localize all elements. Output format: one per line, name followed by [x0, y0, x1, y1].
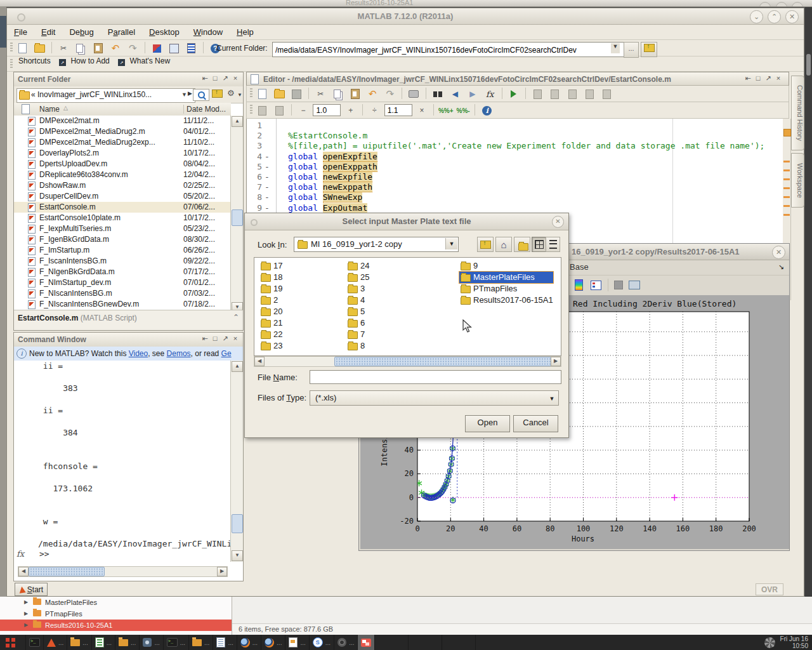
dialog-titlebar[interactable]: Select input Master Plate text file ✕ [245, 213, 568, 230]
close-panel-icon[interactable]: × [230, 335, 240, 342]
shortcut-how-to-add[interactable]: How to Add [70, 56, 109, 65]
cell-action-icon[interactable] [565, 87, 580, 101]
look-in-combobox[interactable]: MI 16_0919_yor1-2 copy ▼ [294, 237, 459, 252]
scroll-left-icon[interactable]: ◀ [254, 357, 265, 366]
expand-icon[interactable]: ▶ [24, 597, 28, 608]
current-folder-panel-header[interactable]: Current Folder ⇤□↗× [14, 72, 243, 87]
scrollbar-thumb[interactable] [29, 567, 105, 576]
path-dropdown-icon[interactable]: ▼ [611, 43, 620, 53]
dialog-folder-item[interactable]: 20 [259, 306, 282, 317]
file-name-input[interactable] [310, 370, 561, 384]
close-panel-icon[interactable]: × [230, 74, 240, 82]
save-icon[interactable] [289, 87, 304, 101]
taskbar-item-blue-s[interactable]: S... [310, 635, 334, 650]
file-row[interactable]: F_IexpMultiTseries.m05/23/2... [14, 223, 231, 234]
open-file-icon[interactable] [272, 87, 287, 101]
taskbar-item-matlab[interactable]: ... [44, 635, 67, 650]
file-row[interactable]: F_NIscanIntensBG.m07/03/2... [14, 288, 231, 299]
command-window-scrollbar[interactable]: ▲ ▼ [230, 361, 243, 562]
file-row[interactable]: DpertsUploadDev.m08/04/2... [14, 159, 231, 169]
redo-icon[interactable]: ↷ [125, 41, 140, 55]
menu-help[interactable]: Help [230, 25, 261, 37]
function-browser-icon[interactable] [482, 87, 497, 101]
dock-icon[interactable]: ⇤ [200, 335, 210, 343]
file-row[interactable]: F_NIgenBkGrdData.m07/17/2... [14, 267, 231, 277]
open-button[interactable]: Open [465, 415, 510, 432]
code-line[interactable]: 9-global ExpOutmat [247, 203, 783, 213]
file-list-scrollbar[interactable]: ▲ ▼ [230, 116, 243, 314]
copy-icon[interactable] [331, 87, 346, 101]
banner-link[interactable]: Ge [221, 349, 232, 358]
shortcut-whats-new[interactable]: What's New [129, 56, 170, 65]
banner-link[interactable]: Video [129, 349, 148, 358]
scrollbar-thumb[interactable] [232, 514, 243, 533]
combo-dropdown-icon[interactable]: ▼ [546, 393, 558, 404]
dock-icon[interactable]: ⇤ [200, 74, 210, 83]
current-folder-path-input[interactable] [272, 42, 634, 57]
close-panel-icon[interactable]: × [773, 74, 783, 82]
new-file-icon[interactable] [15, 41, 30, 55]
file-list-column-headers[interactable]: Name △ Date Mod... [14, 103, 231, 116]
menu-desktop[interactable]: Desktop [142, 25, 187, 37]
code-line[interactable]: 8-global SWnewExp [247, 192, 783, 202]
taskbar-item-spreadsheet[interactable]: ... [92, 635, 115, 650]
session-spinner-icon[interactable] [764, 637, 775, 648]
start-button[interactable]: Start [15, 583, 48, 596]
files-of-type-combobox[interactable]: (*.xls) ▼ [310, 390, 559, 406]
multiply-icon[interactable]: × [414, 103, 429, 117]
gear-dropdown-icon[interactable]: ▼ [237, 92, 242, 98]
occurrence-marker-icon[interactable] [783, 169, 790, 171]
scroll-up-icon[interactable]: ▲ [232, 361, 243, 372]
scroll-left-icon[interactable]: ◀ [18, 567, 29, 576]
taskbar-item-folder[interactable]: ... [115, 635, 140, 650]
home-button[interactable] [495, 237, 512, 252]
dialog-folder-item[interactable]: 23 [259, 340, 282, 352]
scrollbar-thumb[interactable] [232, 209, 243, 226]
code-line[interactable]: 5-global openExppath [247, 162, 783, 172]
undo-icon[interactable]: ↶ [365, 87, 380, 101]
folder-list-hscrollbar[interactable]: ◀ ▶ [254, 356, 561, 367]
dialog-folder-item[interactable]: MasterPlateFiles [459, 272, 553, 283]
maximize-icon[interactable]: ⌃ [768, 10, 781, 23]
find-icon[interactable] [430, 87, 445, 101]
background-scrollbar[interactable] [806, 54, 811, 76]
close-icon[interactable]: ✕ [785, 10, 799, 23]
occurrence-marker-icon[interactable] [783, 187, 790, 189]
editor-header[interactable]: Editor - /media/data/EASY/InovImager_jwr… [246, 72, 789, 86]
cancel-button[interactable]: Cancel [513, 415, 558, 432]
simulink-icon[interactable] [149, 41, 164, 55]
taskbar-item-gray-app[interactable]: ... [334, 635, 358, 650]
close-icon[interactable]: ✕ [552, 216, 564, 228]
browse-folder-button[interactable]: ... [624, 42, 639, 58]
up-folder-button[interactable] [641, 42, 657, 57]
collapse-icon[interactable]: ⌃ [233, 313, 239, 322]
dialog-folder-item[interactable]: 3 [346, 283, 369, 295]
insert-cell-icon[interactable] [254, 103, 270, 117]
document-marker-icon[interactable] [783, 129, 791, 136]
file-row[interactable]: DoverlayPlots2.m10/17/2... [14, 148, 231, 159]
taskbar-item-folder[interactable]: ... [67, 635, 91, 650]
command-window-header[interactable]: Command Window ⇤□↗× [14, 333, 243, 347]
taskbar-item-presentation[interactable]: ... [285, 635, 309, 650]
dialog-folder-item[interactable]: 25 [346, 272, 369, 283]
taskbar-item-empty[interactable] [409, 635, 442, 650]
dialog-folder-item[interactable]: 7 [346, 329, 369, 340]
scroll-down-icon[interactable]: ▼ [232, 550, 243, 561]
code-line[interactable]: 7-global newExppath [247, 182, 783, 192]
taskbar-item-empty[interactable] [375, 635, 409, 650]
scroll-right-icon[interactable]: ▶ [551, 357, 561, 366]
maximize-panel-icon[interactable]: □ [210, 335, 220, 342]
menu-file[interactable]: File [7, 25, 34, 37]
dialog-folder-item[interactable]: 2 [259, 295, 282, 306]
percent-remove-icon[interactable]: %%- [455, 103, 471, 117]
taskbar-item-empty[interactable] [442, 635, 476, 650]
grid-view-button[interactable] [532, 237, 546, 252]
folder-list[interactable]: 17181922021222324253456789MasterPlateFil… [254, 257, 561, 356]
redo-icon[interactable]: ↷ [383, 87, 398, 101]
dialog-folder-item[interactable]: 9 [459, 260, 553, 272]
undock-icon[interactable]: ↗ [220, 335, 230, 343]
file-row[interactable]: F_NIscanIntensBGnewDev.m07/18/2... [14, 299, 231, 310]
new-file-icon[interactable] [254, 87, 270, 101]
file-row[interactable]: DsuperCellDev.m05/20/2... [14, 191, 231, 202]
paste-icon[interactable] [91, 41, 106, 55]
